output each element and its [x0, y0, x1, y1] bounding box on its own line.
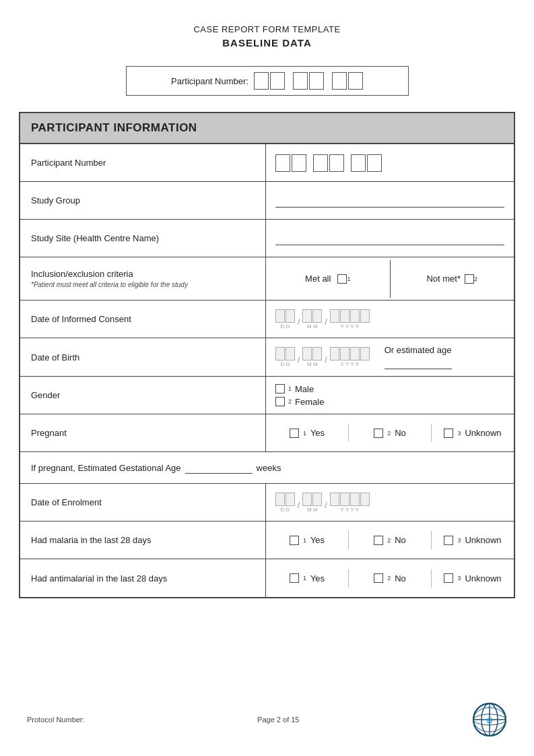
birth-mm-2[interactable]: [312, 347, 322, 360]
content-pregnant: 1 Yes 2 No 3 Unknown: [266, 414, 514, 451]
pn-digit-6[interactable]: [367, 154, 382, 172]
met-all-label: Met all: [305, 274, 331, 284]
enrol-mm-block: M M: [302, 493, 322, 513]
estimated-age-input[interactable]: [385, 357, 452, 369]
antimalarial-unknown-checkbox[interactable]: [444, 573, 453, 583]
malaria-no-checkbox[interactable]: [374, 536, 383, 545]
dd-digit-2[interactable]: [286, 309, 295, 323]
malaria-unknown-checkbox[interactable]: [444, 536, 453, 545]
birth-dd-2[interactable]: [286, 347, 295, 360]
content-study-group: [266, 182, 514, 219]
enrol-dd-2[interactable]: [286, 493, 295, 506]
label-inclusion-exclusion: Inclusion/exclusion criteria *Patient mu…: [20, 257, 266, 300]
yyyy-digit-4[interactable]: [360, 309, 370, 323]
study-group-input[interactable]: [275, 194, 504, 208]
gestational-input[interactable]: [185, 462, 253, 474]
birth-dd-block: D D: [275, 347, 295, 367]
not-met-label: Not met*: [426, 274, 461, 284]
pn-digit-2[interactable]: [292, 154, 306, 172]
label-study-group: Study Group: [20, 182, 266, 219]
enrol-yyyy-1[interactable]: [330, 493, 339, 506]
birth-yyyy-4[interactable]: [360, 347, 370, 360]
pn-digit-1[interactable]: [275, 154, 290, 172]
svg-text:🌐: 🌐: [486, 717, 493, 724]
pregnant-no-checkbox[interactable]: [374, 429, 383, 438]
birth-dd-1[interactable]: [275, 347, 285, 360]
enrol-dd-block: D D: [275, 493, 295, 513]
birth-yyyy-3[interactable]: [350, 347, 360, 360]
birth-mm-1[interactable]: [302, 347, 312, 360]
label-gender: Gender: [20, 377, 266, 414]
label-date-informed-consent: Date of Informed Consent: [20, 301, 266, 338]
malaria-yes-label: Yes: [310, 535, 325, 545]
pn-digit-3[interactable]: [313, 154, 328, 172]
malaria-unknown-label: Unknown: [465, 535, 501, 545]
study-site-input[interactable]: [275, 232, 504, 245]
antimalarial-yes: 1 Yes: [266, 569, 349, 588]
page-footer: Protocol Number: Page 2 of 15 🌐: [0, 702, 534, 737]
malaria-no-label: No: [395, 535, 406, 545]
yyyy-digit-1[interactable]: [330, 309, 339, 323]
enrol-yyyy-4[interactable]: [360, 493, 370, 506]
male-checkbox[interactable]: [275, 384, 285, 393]
top-digit-3[interactable]: [293, 72, 308, 90]
label-pregnant: Pregnant: [20, 414, 266, 451]
pn-digit-4[interactable]: [329, 154, 344, 172]
mm-digit-2[interactable]: [312, 309, 322, 323]
male-label: Male: [295, 384, 314, 394]
pregnant-no: 2 No: [349, 424, 432, 442]
pregnant-unknown: 3 Unknown: [432, 424, 514, 442]
pn-digit-5[interactable]: [351, 154, 366, 172]
date-informed-consent-field[interactable]: D D / M M /: [275, 309, 370, 329]
antimalarial-no-checkbox[interactable]: [374, 573, 383, 583]
date-birth-field[interactable]: D D / M M /: [275, 347, 370, 367]
pregnant-unknown-checkbox[interactable]: [444, 429, 453, 438]
enrol-yyyy-3[interactable]: [350, 493, 360, 506]
page-info: Page 2 of 15: [257, 716, 299, 724]
not-met-checkbox[interactable]: [465, 274, 474, 284]
top-digit-6[interactable]: [348, 72, 363, 90]
content-participant-number: [266, 144, 514, 181]
pregnant-yes: 1 Yes: [266, 424, 349, 442]
top-digit-boxes: [254, 72, 363, 90]
date-enrolment-field[interactable]: D D / M M /: [275, 493, 370, 513]
birth-yyyy-2[interactable]: [340, 347, 349, 360]
row-gestational-age: If pregnant, Estimated Gestational Age w…: [20, 452, 514, 484]
met-all-checkbox[interactable]: [337, 274, 347, 284]
enrol-mm-1[interactable]: [302, 493, 312, 506]
gender-male: 1 Male: [275, 384, 324, 394]
top-digit-1[interactable]: [254, 72, 269, 90]
yyyy-digit-3[interactable]: [350, 309, 360, 323]
female-checkbox[interactable]: [275, 397, 285, 406]
enrol-mm-2[interactable]: [312, 493, 322, 506]
estimated-age-section: Or estimated age: [385, 345, 452, 369]
top-digit-4[interactable]: [309, 72, 324, 90]
label-had-malaria: Had malaria in the last 28 days: [20, 522, 266, 559]
yyyy-digit-2[interactable]: [340, 309, 349, 323]
mm-digit-1[interactable]: [302, 309, 312, 323]
pregnant-yes-checkbox[interactable]: [290, 429, 299, 438]
birth-yyyy-1[interactable]: [330, 347, 339, 360]
label-study-site: Study Site (Health Centre Name): [20, 220, 266, 257]
gestational-suffix: weeks: [257, 463, 281, 473]
row-study-site: Study Site (Health Centre Name): [20, 220, 514, 257]
antimalarial-yes-checkbox[interactable]: [290, 573, 299, 583]
content-gender: 1 Male 2 Female: [266, 377, 514, 414]
row-gender: Gender 1 Male 2 Female: [20, 377, 514, 414]
malaria-unknown: 3 Unknown: [432, 531, 514, 549]
antimalarial-options: 1 Yes 2 No 3 Unknown: [266, 569, 514, 588]
top-digit-5[interactable]: [332, 72, 347, 90]
malaria-yes-checkbox[interactable]: [290, 536, 299, 545]
row-participant-number: Participant Number: [20, 144, 514, 182]
content-date-of-birth: D D / M M /: [266, 338, 514, 376]
dd-digit-1[interactable]: [275, 309, 285, 323]
top-digit-2[interactable]: [270, 72, 285, 90]
row-inclusion-exclusion: Inclusion/exclusion criteria *Patient mu…: [20, 257, 514, 301]
antimalarial-no-label: No: [395, 573, 406, 584]
table-digit-boxes: [275, 154, 382, 172]
enrol-dd-1[interactable]: [275, 493, 285, 506]
pregnant-unknown-label: Unknown: [465, 428, 501, 438]
malaria-no: 2 No: [349, 531, 432, 549]
enrol-yyyy-2[interactable]: [340, 493, 349, 506]
estimated-age-label: Or estimated age: [385, 345, 452, 355]
